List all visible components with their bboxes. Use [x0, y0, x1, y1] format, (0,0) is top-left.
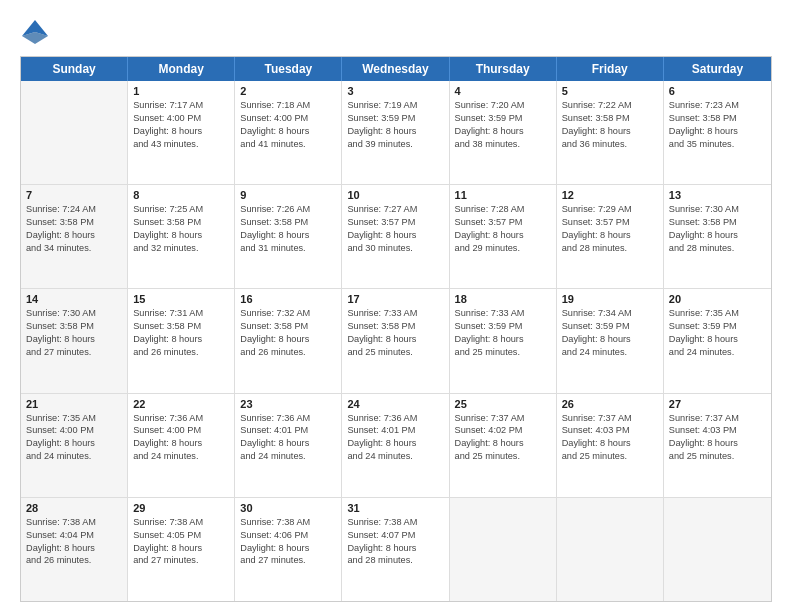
cell-info-line: and 43 minutes.	[133, 138, 229, 151]
day-number: 15	[133, 293, 229, 305]
day-number: 20	[669, 293, 766, 305]
calendar-row-3: 21Sunrise: 7:35 AMSunset: 4:00 PMDayligh…	[21, 394, 771, 498]
calendar-cell: 13Sunrise: 7:30 AMSunset: 3:58 PMDayligh…	[664, 185, 771, 288]
cell-info-line: Daylight: 8 hours	[240, 229, 336, 242]
calendar-header: SundayMondayTuesdayWednesdayThursdayFrid…	[21, 57, 771, 81]
cell-info-line: and 26 minutes.	[26, 554, 122, 567]
calendar-cell: 18Sunrise: 7:33 AMSunset: 3:59 PMDayligh…	[450, 289, 557, 392]
cell-info-line: Sunrise: 7:37 AM	[455, 412, 551, 425]
day-number: 25	[455, 398, 551, 410]
cell-info-line: Sunset: 3:57 PM	[347, 216, 443, 229]
cell-info-line: and 31 minutes.	[240, 242, 336, 255]
calendar-cell: 28Sunrise: 7:38 AMSunset: 4:04 PMDayligh…	[21, 498, 128, 601]
cell-info-line: Sunset: 4:05 PM	[133, 529, 229, 542]
cell-info-line: Daylight: 8 hours	[133, 542, 229, 555]
day-number: 7	[26, 189, 122, 201]
cell-info-line: Sunrise: 7:35 AM	[669, 307, 766, 320]
calendar-cell: 8Sunrise: 7:25 AMSunset: 3:58 PMDaylight…	[128, 185, 235, 288]
cell-info-line: and 34 minutes.	[26, 242, 122, 255]
day-number: 6	[669, 85, 766, 97]
cell-info-line: Sunrise: 7:36 AM	[240, 412, 336, 425]
day-number: 2	[240, 85, 336, 97]
cell-info-line: Daylight: 8 hours	[455, 437, 551, 450]
calendar-cell: 19Sunrise: 7:34 AMSunset: 3:59 PMDayligh…	[557, 289, 664, 392]
cell-info-line: Sunset: 3:58 PM	[26, 320, 122, 333]
cell-info-line: Sunset: 3:59 PM	[562, 320, 658, 333]
calendar-cell: 22Sunrise: 7:36 AMSunset: 4:00 PMDayligh…	[128, 394, 235, 497]
cell-info-line: and 32 minutes.	[133, 242, 229, 255]
cell-info-line: and 27 minutes.	[26, 346, 122, 359]
cell-info-line: Sunset: 3:58 PM	[26, 216, 122, 229]
calendar-cell: 30Sunrise: 7:38 AMSunset: 4:06 PMDayligh…	[235, 498, 342, 601]
calendar-body: 1Sunrise: 7:17 AMSunset: 4:00 PMDaylight…	[21, 81, 771, 601]
cell-info-line: and 25 minutes.	[347, 346, 443, 359]
header-cell-sunday: Sunday	[21, 57, 128, 81]
day-number: 16	[240, 293, 336, 305]
logo	[20, 18, 54, 48]
day-number: 21	[26, 398, 122, 410]
cell-info-line: and 35 minutes.	[669, 138, 766, 151]
day-number: 18	[455, 293, 551, 305]
cell-info-line: Sunrise: 7:29 AM	[562, 203, 658, 216]
day-number: 28	[26, 502, 122, 514]
day-number: 3	[347, 85, 443, 97]
cell-info-line: Daylight: 8 hours	[240, 125, 336, 138]
cell-info-line: Sunrise: 7:33 AM	[347, 307, 443, 320]
cell-info-line: Sunset: 4:04 PM	[26, 529, 122, 542]
cell-info-line: Daylight: 8 hours	[240, 542, 336, 555]
cell-info-line: Sunset: 3:58 PM	[669, 216, 766, 229]
cell-info-line: and 27 minutes.	[240, 554, 336, 567]
day-number: 9	[240, 189, 336, 201]
day-number: 12	[562, 189, 658, 201]
cell-info-line: Sunset: 4:00 PM	[26, 424, 122, 437]
header-cell-wednesday: Wednesday	[342, 57, 449, 81]
calendar-cell: 24Sunrise: 7:36 AMSunset: 4:01 PMDayligh…	[342, 394, 449, 497]
cell-info-line: Daylight: 8 hours	[133, 125, 229, 138]
cell-info-line: Sunrise: 7:37 AM	[562, 412, 658, 425]
cell-info-line: Daylight: 8 hours	[26, 333, 122, 346]
calendar-cell: 1Sunrise: 7:17 AMSunset: 4:00 PMDaylight…	[128, 81, 235, 184]
calendar-row-4: 28Sunrise: 7:38 AMSunset: 4:04 PMDayligh…	[21, 498, 771, 601]
day-number: 8	[133, 189, 229, 201]
cell-info-line: Daylight: 8 hours	[562, 437, 658, 450]
cell-info-line: Sunset: 4:00 PM	[133, 112, 229, 125]
cell-info-line: Sunset: 3:59 PM	[347, 112, 443, 125]
cell-info-line: Daylight: 8 hours	[562, 229, 658, 242]
calendar-cell: 23Sunrise: 7:36 AMSunset: 4:01 PMDayligh…	[235, 394, 342, 497]
cell-info-line: Daylight: 8 hours	[240, 333, 336, 346]
day-number: 26	[562, 398, 658, 410]
cell-info-line: Sunrise: 7:38 AM	[133, 516, 229, 529]
cell-info-line: and 28 minutes.	[347, 554, 443, 567]
cell-info-line: Daylight: 8 hours	[455, 125, 551, 138]
cell-info-line: Sunset: 4:03 PM	[669, 424, 766, 437]
cell-info-line: Daylight: 8 hours	[347, 437, 443, 450]
cell-info-line: Sunrise: 7:28 AM	[455, 203, 551, 216]
cell-info-line: and 25 minutes.	[562, 450, 658, 463]
cell-info-line: Sunset: 3:57 PM	[562, 216, 658, 229]
header-cell-friday: Friday	[557, 57, 664, 81]
cell-info-line: and 24 minutes.	[347, 450, 443, 463]
calendar-cell: 5Sunrise: 7:22 AMSunset: 3:58 PMDaylight…	[557, 81, 664, 184]
calendar-cell: 17Sunrise: 7:33 AMSunset: 3:58 PMDayligh…	[342, 289, 449, 392]
calendar-cell: 15Sunrise: 7:31 AMSunset: 3:58 PMDayligh…	[128, 289, 235, 392]
cell-info-line: Sunrise: 7:22 AM	[562, 99, 658, 112]
day-number: 23	[240, 398, 336, 410]
calendar-cell: 25Sunrise: 7:37 AMSunset: 4:02 PMDayligh…	[450, 394, 557, 497]
cell-info-line: Daylight: 8 hours	[347, 229, 443, 242]
cell-info-line: Sunset: 4:00 PM	[240, 112, 336, 125]
cell-info-line: and 24 minutes.	[26, 450, 122, 463]
cell-info-line: Sunset: 4:02 PM	[455, 424, 551, 437]
calendar-cell: 31Sunrise: 7:38 AMSunset: 4:07 PMDayligh…	[342, 498, 449, 601]
calendar-cell	[664, 498, 771, 601]
cell-info-line: Daylight: 8 hours	[26, 437, 122, 450]
calendar-cell: 7Sunrise: 7:24 AMSunset: 3:58 PMDaylight…	[21, 185, 128, 288]
calendar-row-2: 14Sunrise: 7:30 AMSunset: 3:58 PMDayligh…	[21, 289, 771, 393]
cell-info-line: Daylight: 8 hours	[26, 542, 122, 555]
cell-info-line: Sunset: 4:01 PM	[347, 424, 443, 437]
cell-info-line: Sunrise: 7:38 AM	[240, 516, 336, 529]
cell-info-line: Daylight: 8 hours	[133, 333, 229, 346]
cell-info-line: Sunset: 3:58 PM	[562, 112, 658, 125]
day-number: 19	[562, 293, 658, 305]
calendar-cell: 6Sunrise: 7:23 AMSunset: 3:58 PMDaylight…	[664, 81, 771, 184]
day-number: 1	[133, 85, 229, 97]
